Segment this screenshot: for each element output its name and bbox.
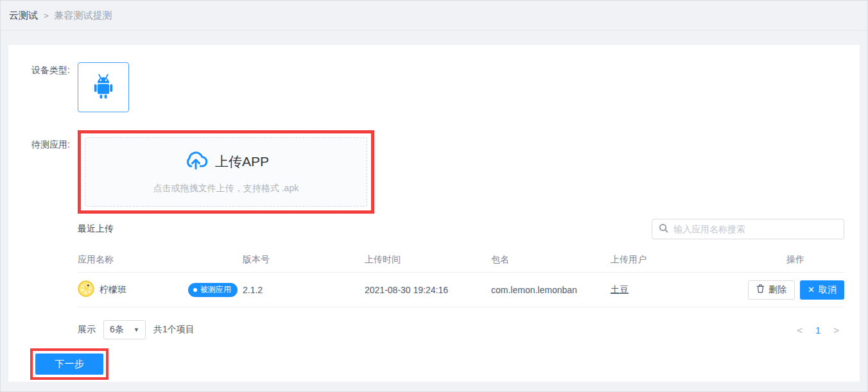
search-icon [659, 223, 668, 235]
recent-uploads-bar: 最近上传 [78, 219, 844, 239]
android-device-button[interactable] [78, 62, 129, 112]
chevron-down-icon: ▼ [134, 327, 139, 333]
search-box[interactable] [652, 219, 844, 239]
x-mark-icon: ✕ [808, 285, 815, 294]
upload-title: 上传APP [215, 153, 269, 171]
show-label: 展示 [78, 324, 96, 336]
cloud-upload-icon [183, 149, 209, 174]
header-app-name: 应用名称 [78, 254, 243, 266]
badge-dot-icon [193, 288, 197, 292]
prev-page-icon[interactable]: < [797, 325, 803, 336]
pagination-bar: 展示 6条 ▼ 共1个项目 < 1 > [78, 320, 844, 339]
breadcrumb-item-compat-submit: 兼容测试提测 [55, 10, 112, 22]
table-header-row: 应用名称 版本号 上传时间 包名 上传用户 操作 [78, 247, 844, 273]
cell-package: com.lemon.lemonban [491, 285, 611, 295]
page-navigation: < 1 > [797, 325, 839, 336]
android-icon [89, 72, 117, 103]
breadcrumb-item-cloud-test[interactable]: 云测试 [9, 10, 38, 22]
breadcrumb: 云测试 > 兼容测试提测 [1, 1, 867, 31]
annotation-next-highlight: 下一步 [30, 348, 108, 380]
cancel-button-label: 取消 [819, 284, 837, 296]
status-badge: 被测应用 [188, 283, 238, 297]
device-type-row: 设备类型: [24, 62, 844, 112]
next-page-icon[interactable]: > [833, 325, 839, 336]
next-step-area: 下一步 [30, 348, 844, 380]
cell-app-name: 柠檬班 [100, 284, 126, 296]
recent-uploads-table: 应用名称 版本号 上传时间 包名 上传用户 操作 [78, 247, 844, 307]
app-under-test-label: 待测应用: [24, 130, 70, 214]
header-version: 版本号 [243, 254, 365, 266]
delete-button-label: 删除 [768, 284, 786, 296]
trash-icon [756, 284, 765, 295]
header-upload-user: 上传用户 [611, 254, 747, 266]
badge-label: 被测应用 [200, 284, 231, 295]
page-number-1[interactable]: 1 [815, 325, 820, 336]
header-actions: 操作 [747, 254, 844, 266]
search-input[interactable] [673, 224, 837, 234]
cell-upload-user-link[interactable]: 土豆 [611, 284, 629, 294]
page-size-value: 6条 [110, 324, 124, 336]
cell-upload-time: 2021-08-30 19:24:16 [365, 285, 491, 295]
lemon-app-icon [78, 280, 94, 299]
next-step-button[interactable]: 下一步 [35, 354, 103, 375]
page-size-select[interactable]: 6条 ▼ [103, 320, 146, 339]
main-card: 设备类型: [8, 45, 860, 382]
cell-version: 2.1.2 [243, 285, 365, 295]
delete-button[interactable]: 删除 [748, 280, 795, 300]
annotation-upload-highlight: 上传APP 点击或拖拽文件上传，支持格式 .apk [78, 130, 374, 214]
cancel-button[interactable]: ✕ 取消 [800, 280, 844, 300]
header-upload-time: 上传时间 [365, 254, 491, 266]
upload-hint: 点击或拖拽文件上传，支持格式 .apk [153, 183, 299, 194]
total-items-label: 共1个项目 [153, 324, 195, 336]
device-type-label: 设备类型: [24, 62, 70, 112]
breadcrumb-separator: > [44, 11, 49, 21]
recent-uploads-title: 最近上传 [78, 223, 114, 235]
table-row: 柠檬班 被测应用 2.1.2 2021-08-30 19:24:16 com.l… [78, 273, 844, 307]
header-package: 包名 [491, 254, 611, 266]
app-upload-row: 待测应用: 上传APP 点击或拖拽文件上传，支持格式 .apk [24, 130, 844, 214]
upload-dropzone[interactable]: 上传APP 点击或拖拽文件上传，支持格式 .apk [85, 137, 367, 207]
